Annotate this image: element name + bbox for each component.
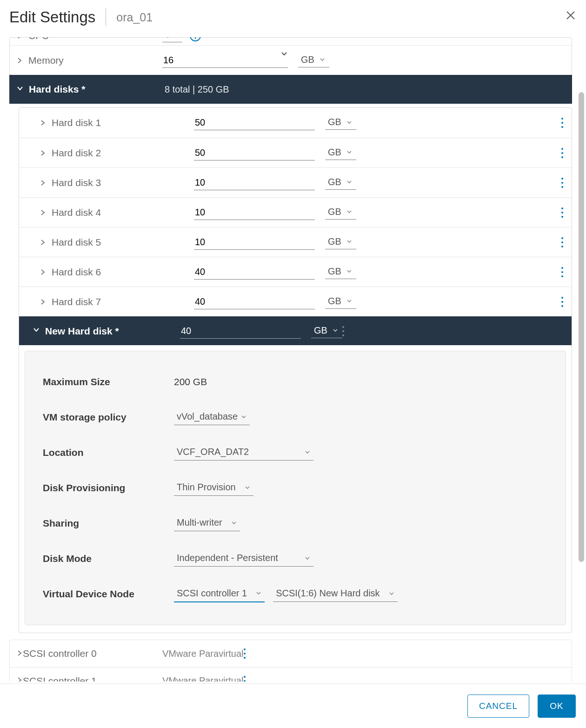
hard-disk-row[interactable]: Hard disk 5GB (19, 227, 572, 257)
chevron-right-icon (16, 57, 25, 64)
hard-disk-actions-menu[interactable] (561, 207, 563, 218)
memory-unit-select[interactable]: GB (298, 53, 329, 67)
hard-disks-section-header[interactable]: Hard disks * 8 total | 250 GB (9, 75, 572, 104)
hard-disk-actions-menu[interactable] (561, 267, 563, 277)
chevron-down-icon (346, 149, 353, 155)
provisioning-select[interactable]: Thin Provision (174, 480, 253, 496)
hard-disk-unit-value: GB (328, 296, 341, 307)
hard-disk-size-input[interactable] (194, 205, 315, 220)
memory-size-input[interactable] (162, 53, 288, 68)
hard-disk-row[interactable]: Hard disk 3GB (19, 167, 572, 197)
hard-disk-unit-select[interactable]: GB (325, 265, 356, 279)
hard-disks-label: Hard disks * (29, 84, 163, 95)
settings-scroll-area[interactable]: CPU 4 i Memory (9, 37, 572, 681)
hard-disk-label: Hard disk 4 (52, 207, 194, 218)
chevron-down-icon (240, 414, 247, 420)
scsi-controller-row[interactable]: SCSI controller 0VMware Paravirtual (10, 640, 572, 667)
hard-disk-row[interactable]: Hard disk 2GB (19, 138, 572, 167)
cancel-button[interactable]: CANCEL (467, 695, 529, 718)
new-hard-disk-label: New Hard disk * (45, 326, 180, 337)
ok-button[interactable]: OK (538, 695, 576, 718)
chevron-right-icon (40, 150, 48, 156)
hard-disk-row[interactable]: Hard disk 1GB (19, 108, 572, 138)
hard-disk-size-input[interactable] (194, 175, 315, 190)
scrollbar-thumb[interactable] (579, 92, 584, 562)
chevron-right-icon (40, 180, 48, 186)
cpu-count-select[interactable]: 4 (162, 37, 182, 42)
chevron-down-icon (346, 179, 353, 185)
scsi-controller-actions-menu[interactable] (244, 648, 246, 659)
cpu-row[interactable]: CPU 4 i (10, 37, 572, 45)
hard-disk-actions-menu[interactable] (561, 297, 563, 307)
kebab-icon (244, 648, 246, 659)
cpu-label: CPU (28, 37, 162, 41)
memory-label: Memory (28, 55, 162, 66)
storage-policy-label: VM storage policy (43, 412, 174, 423)
close-button[interactable] (566, 10, 576, 23)
hard-disk-actions-menu[interactable] (561, 118, 563, 128)
hard-disk-actions-menu[interactable] (561, 237, 563, 247)
chevron-right-icon (40, 269, 48, 275)
hard-disk-row[interactable]: Hard disk 4GB (19, 197, 572, 227)
new-disk-actions-menu[interactable] (342, 326, 344, 336)
vdn-controller-select[interactable]: SCSI controller 1 (174, 586, 265, 602)
hard-disk-row[interactable]: Hard disk 7GB (19, 287, 572, 316)
hard-disk-unit-select[interactable]: GB (325, 206, 356, 220)
disk-mode-label: Disk Mode (43, 553, 174, 564)
kebab-icon (561, 148, 563, 158)
chevron-down-icon (346, 208, 353, 215)
chevron-down-icon (16, 84, 24, 95)
page-title: Edit Settings (9, 8, 95, 26)
new-disk-unit-value: GB (314, 325, 327, 336)
new-hard-disk-header[interactable]: New Hard disk * GB (19, 316, 572, 345)
hard-disk-unit-value: GB (328, 177, 341, 187)
hard-disk-size-input[interactable] (194, 146, 315, 160)
chevron-down-icon (231, 520, 237, 526)
info-icon[interactable]: i (190, 37, 201, 41)
max-size-value: 200 GB (174, 376, 207, 387)
hard-disk-actions-menu[interactable] (561, 178, 563, 188)
new-disk-size-input[interactable] (180, 324, 301, 339)
chevron-down-icon (255, 590, 262, 596)
kebab-icon (561, 178, 563, 188)
hard-disk-actions-menu[interactable] (561, 148, 563, 158)
disk-mode-select[interactable]: Independent - Persistent (174, 551, 313, 567)
memory-row[interactable]: Memory GB (10, 45, 572, 75)
new-disk-unit-select[interactable]: GB (311, 324, 342, 338)
hard-disk-label: Hard disk 6 (52, 267, 194, 278)
vdn-slot-value: SCSI(1:6) New Hard disk (276, 588, 380, 599)
provisioning-label: Disk Provisioning (43, 482, 174, 494)
cpu-count-value: 4 (164, 37, 169, 40)
hard-disk-unit-select[interactable]: GB (325, 176, 356, 190)
chevron-down-icon (304, 555, 311, 561)
chevron-down-icon (346, 119, 353, 126)
close-icon (566, 10, 576, 20)
storage-policy-select[interactable]: vVol_database (174, 409, 250, 425)
hard-disk-unit-select[interactable]: GB (325, 295, 356, 309)
hard-disk-size-input[interactable] (194, 115, 315, 130)
location-select[interactable]: VCF_ORA_DAT2 (174, 445, 313, 461)
hard-disk-row[interactable]: Hard disk 6GB (19, 257, 572, 287)
vdn-slot-select[interactable]: SCSI(1:6) New Hard disk (273, 586, 397, 602)
hard-disk-unit-select[interactable]: GB (325, 146, 356, 160)
hard-disk-unit-value: GB (328, 236, 341, 247)
scsi-controller-value: VMware Paravirtual (162, 648, 244, 659)
hard-disk-unit-value: GB (328, 266, 341, 277)
hard-disk-size-input[interactable] (194, 235, 315, 250)
chevron-down-icon (174, 37, 180, 38)
hard-disk-size-input[interactable] (194, 265, 315, 280)
scsi-controller-row[interactable]: SCSI controller 1VMware Paravirtual (10, 667, 572, 681)
scsi-controller-actions-menu[interactable] (244, 676, 246, 682)
vdn-label: Virtual Device Node (43, 588, 174, 600)
hard-disk-unit-select[interactable]: GB (325, 116, 356, 130)
chevron-right-icon (16, 37, 25, 39)
hard-disk-unit-select[interactable]: GB (325, 235, 356, 249)
kebab-icon (561, 267, 563, 277)
hard-disk-size-input[interactable] (194, 294, 315, 309)
kebab-icon (561, 297, 563, 307)
hard-disks-summary: 8 total | 250 GB (163, 84, 229, 95)
chevron-right-icon (16, 676, 23, 681)
sharing-select[interactable]: Multi-writer (174, 515, 240, 531)
hard-disk-label: Hard disk 7 (52, 296, 194, 307)
location-label: Location (43, 447, 174, 458)
